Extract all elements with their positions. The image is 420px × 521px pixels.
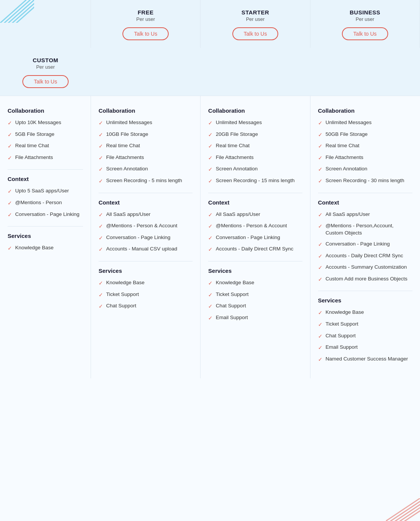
list-item: ✓Conversation - Page Linking (208, 234, 302, 242)
check-icon: ✓ (318, 264, 323, 272)
feature-list-free-collaboration: ✓Upto 10K Messages✓5GB File Storage✓Real… (8, 119, 83, 162)
feature-text: @Mentions - Person,Account, Custom Objec… (326, 222, 412, 237)
feature-text: All SaaS apps/User (106, 211, 150, 218)
list-item: ✓@Mentions - Person (8, 199, 83, 207)
feature-text: @Mentions - Person & Account (106, 222, 177, 230)
section-title-free-context: Context (8, 176, 83, 182)
section-title-free-collaboration: Collaboration (8, 107, 83, 114)
feature-list-custom-context: ✓All SaaS apps/User✓@Mentions - Person,A… (318, 211, 412, 283)
list-item: ✓@Mentions - Person,Account, Custom Obje… (318, 222, 412, 237)
section-divider (208, 261, 302, 261)
plan-header-business: BUSINESSPer userTalk to Us (310, 0, 420, 48)
plan-per-user-business: Per user (318, 16, 412, 22)
check-icon: ✓ (318, 276, 323, 283)
feature-text: Accounts - Manual CSV upload (106, 246, 177, 253)
feature-text: Screen Recording - 15 mins length (216, 177, 295, 184)
list-item: ✓50GB File Storage (318, 131, 412, 139)
section-title-business-context: Context (208, 199, 302, 206)
check-icon: ✓ (8, 154, 12, 162)
list-item: ✓Real time Chat (208, 142, 302, 150)
feature-text: Knowledge Base (216, 279, 254, 286)
plan-header-custom: CUSTOMPer userTalk to Us (0, 48, 91, 96)
check-icon: ✓ (99, 280, 103, 287)
list-item: ✓Real time Chat (99, 142, 193, 150)
list-item: ✓Upto 5 SaaS apps/User (8, 187, 83, 195)
talk-to-us-button-free[interactable]: Talk to Us (122, 27, 168, 40)
section-title-starter-services: Services (99, 268, 193, 274)
section-title-custom-context: Context (318, 199, 412, 206)
list-item: ✓Custom Add more Business Objects (318, 275, 412, 283)
feature-text: Unlimited Messages (106, 119, 152, 126)
check-icon: ✓ (318, 253, 323, 260)
list-item: ✓File Attachments (99, 154, 193, 162)
section-title-free-services: Services (8, 233, 83, 239)
plans-header-grid: FREEPer userTalk to UsSTARTERPer userTal… (0, 0, 420, 96)
check-icon: ✓ (99, 291, 103, 299)
talk-to-us-button-business[interactable]: Talk to Us (342, 27, 388, 40)
feature-text: Email Support (216, 314, 248, 321)
feature-text: Conversation - Page Linking (216, 234, 280, 241)
check-icon: ✓ (99, 303, 103, 310)
feature-text: Real time Chat (326, 142, 359, 150)
list-item: ✓Screen Annotation (318, 165, 412, 173)
talk-to-us-button-starter[interactable]: Talk to Us (232, 27, 278, 40)
list-item: ✓Screen Recording - 15 mins length (208, 177, 302, 185)
svg-line-8 (392, 504, 420, 521)
bottom-decoration (386, 498, 420, 521)
feature-text: Unlimited Messages (216, 119, 262, 126)
feature-list-business-services: ✓Knowledge Base✓Ticket Support✓Chat Supp… (208, 279, 302, 322)
check-icon: ✓ (8, 131, 12, 139)
check-icon: ✓ (208, 143, 213, 150)
check-icon: ✓ (318, 178, 323, 185)
check-icon: ✓ (318, 131, 323, 139)
list-item: ✓Ticket Support (99, 291, 193, 299)
list-item: ✓All SaaS apps/User (318, 211, 412, 219)
feature-text: Accounts - Summary Customization (326, 264, 407, 271)
check-icon: ✓ (99, 246, 103, 253)
check-icon: ✓ (8, 143, 12, 150)
feature-text: File Attachments (216, 154, 254, 161)
content-grid: Collaboration✓Upto 10K Messages✓5GB File… (0, 96, 420, 378)
feature-text: 20GB File Storage (216, 131, 258, 138)
header-section: FREEPer userTalk to UsSTARTERPer userTal… (0, 0, 420, 96)
page-wrapper: FREEPer userTalk to UsSTARTERPer userTal… (0, 0, 420, 521)
list-item: ✓All SaaS apps/User (99, 211, 193, 219)
check-icon: ✓ (208, 280, 213, 287)
feature-text: Email Support (326, 344, 358, 351)
talk-to-us-button-custom[interactable]: Talk to Us (22, 75, 68, 88)
feature-text: Conversation - Page Linking (106, 234, 171, 241)
check-icon: ✓ (318, 333, 323, 340)
list-item: ✓10GB File Storage (99, 131, 193, 139)
feature-text: Knowledge Base (106, 279, 144, 286)
check-icon: ✓ (208, 154, 213, 162)
feature-text: Conversation - Page Linking (326, 241, 390, 248)
check-icon: ✓ (208, 131, 213, 139)
feature-text: Knowledge Base (326, 309, 364, 316)
check-icon: ✓ (318, 356, 323, 364)
check-icon: ✓ (8, 245, 12, 252)
svg-line-5 (386, 498, 420, 521)
list-item: ✓@Mentions - Person & Account (99, 222, 193, 230)
section-divider (8, 226, 83, 227)
feature-list-custom-services: ✓Knowledge Base✓Ticket Support✓Chat Supp… (318, 309, 412, 363)
check-icon: ✓ (208, 211, 213, 219)
plan-header-starter: STARTERPer userTalk to Us (201, 0, 310, 48)
plan-name-custom: CUSTOM (8, 57, 83, 63)
feature-list-custom-collaboration: ✓Unlimited Messages✓50GB File Storage✓Re… (318, 119, 412, 185)
feature-text: Screen Annotation (326, 165, 367, 173)
section-title-custom-collaboration: Collaboration (318, 107, 412, 114)
check-icon: ✓ (208, 303, 213, 310)
feature-text: Named Customer Success Manager (326, 356, 408, 363)
list-item: ✓Knowledge Base (318, 309, 412, 317)
list-item: ✓Knowledge Base (8, 244, 83, 252)
list-item: ✓Unlimited Messages (318, 119, 412, 127)
check-icon: ✓ (99, 166, 103, 173)
plan-name-starter: STARTER (208, 9, 302, 16)
list-item: ✓File Attachments (208, 154, 302, 162)
list-item: ✓Real time Chat (8, 142, 83, 150)
check-icon: ✓ (208, 235, 213, 242)
check-icon: ✓ (208, 291, 213, 299)
list-item: ✓Real time Chat (318, 142, 412, 150)
list-item: ✓Accounts - Summary Customization (318, 264, 412, 272)
feature-text: Conversation - Page Linking (15, 211, 80, 218)
